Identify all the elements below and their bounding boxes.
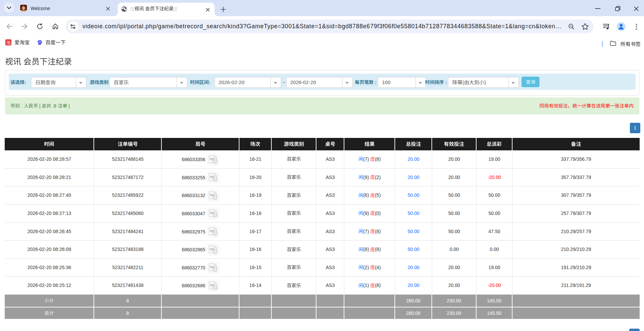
svg-text:du: du xyxy=(39,42,41,44)
